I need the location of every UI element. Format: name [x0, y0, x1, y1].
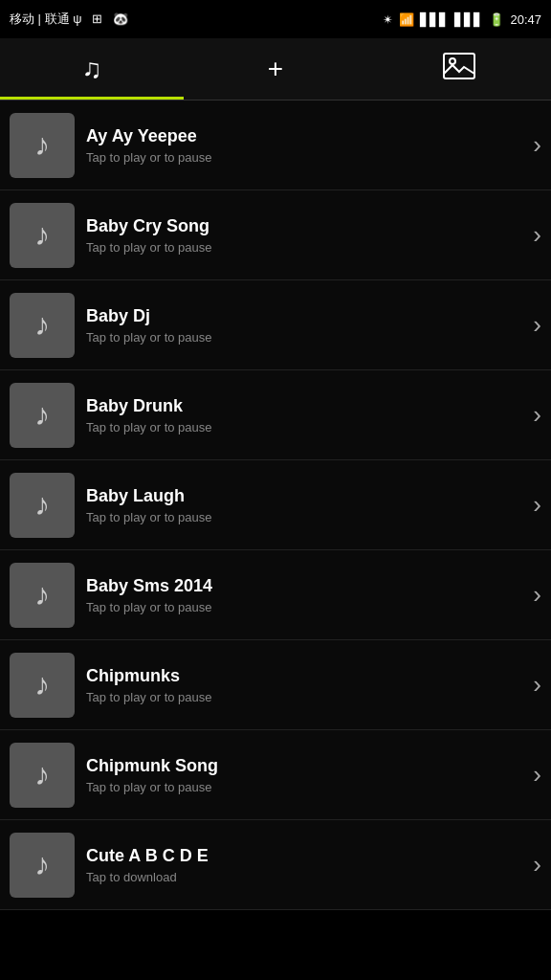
chevron-icon-1: ›	[533, 130, 541, 160]
song-info-6: Baby Sms 2014 Tap to play or to pause	[75, 576, 533, 614]
song-subtitle-4: Tap to play or to pause	[86, 420, 521, 434]
song-thumb-5: ♪	[10, 473, 75, 538]
signal-icon-1: ▋▋▋	[420, 12, 449, 27]
signal-icon-2: ▋▋▋	[454, 12, 483, 27]
song-title-8: Chipmunk Song	[86, 756, 521, 776]
song-thumb-2: ♪	[10, 203, 75, 268]
image-icon	[443, 53, 475, 86]
song-title-5: Baby Laugh	[86, 486, 521, 506]
music-note-icon-2: ♪	[34, 217, 50, 253]
header: ♫ +	[0, 38, 551, 100]
music-note-icon-4: ♪	[34, 397, 50, 433]
song-title-9: Cute A B C D E	[86, 846, 521, 866]
song-item-7[interactable]: ♪ Chipmunks Tap to play or to pause ›	[0, 640, 551, 730]
chevron-icon-7: ›	[533, 670, 541, 700]
song-item-8[interactable]: ♪ Chipmunk Song Tap to play or to pause …	[0, 730, 551, 820]
song-info-9: Cute A B C D E Tap to download	[75, 846, 533, 884]
song-info-7: Chipmunks Tap to play or to pause	[75, 666, 533, 704]
chevron-icon-9: ›	[533, 850, 541, 880]
music-note-icon-1: ♪	[34, 127, 50, 163]
song-item-4[interactable]: ♪ Baby Drunk Tap to play or to pause ›	[0, 370, 551, 460]
song-item-1[interactable]: ♪ Ay Ay Yeepee Tap to play or to pause ›	[0, 100, 551, 190]
song-subtitle-2: Tap to play or to pause	[86, 240, 521, 255]
bluetooth-icon: ✴	[383, 12, 393, 27]
music-note-icon: ♫	[82, 54, 102, 84]
song-item-3[interactable]: ♪ Baby Dj Tap to play or to pause ›	[0, 280, 551, 370]
song-title-3: Baby Dj	[86, 306, 521, 326]
song-item-9[interactable]: ♪ Cute A B C D E Tap to download ›	[0, 820, 551, 910]
song-info-4: Baby Drunk Tap to play or to pause	[75, 396, 533, 434]
tab-add[interactable]: +	[184, 38, 367, 100]
song-info-3: Baby Dj Tap to play or to pause	[75, 306, 533, 345]
status-right: ✴ 📶 ▋▋▋ ▋▋▋ 🔋 20:47	[383, 12, 541, 27]
chevron-icon-6: ›	[533, 580, 541, 610]
song-list: ♪ Ay Ay Yeepee Tap to play or to pause ›…	[0, 100, 551, 910]
song-subtitle-5: Tap to play or to pause	[86, 510, 521, 524]
song-info-1: Ay Ay Yeepee Tap to play or to pause	[75, 126, 533, 165]
music-note-icon-7: ♪	[34, 667, 50, 702]
chevron-icon-2: ›	[533, 220, 541, 250]
chevron-icon-5: ›	[533, 490, 541, 520]
song-thumb-3: ♪	[10, 293, 75, 358]
song-thumb-9: ♪	[10, 833, 75, 898]
song-title-4: Baby Drunk	[86, 396, 521, 416]
song-title-2: Baby Cry Song	[86, 216, 521, 236]
svg-rect-0	[444, 54, 474, 78]
time-display: 20:47	[510, 12, 541, 27]
song-subtitle-1: Tap to play or to pause	[86, 150, 521, 165]
song-item-5[interactable]: ♪ Baby Laugh Tap to play or to pause ›	[0, 460, 551, 550]
song-info-5: Baby Laugh Tap to play or to pause	[75, 486, 533, 524]
music-note-icon-6: ♪	[34, 577, 50, 612]
tab-music[interactable]: ♫	[0, 38, 184, 100]
song-thumb-1: ♪	[10, 113, 75, 178]
song-title-7: Chipmunks	[86, 666, 521, 686]
wifi-icon: 📶	[399, 12, 414, 27]
song-item-6[interactable]: ♪ Baby Sms 2014 Tap to play or to pause …	[0, 550, 551, 640]
add-icon: +	[268, 54, 283, 84]
chevron-icon-8: ›	[533, 760, 541, 790]
song-subtitle-9: Tap to download	[86, 870, 521, 884]
music-note-icon-9: ♪	[34, 847, 50, 882]
music-note-icon-8: ♪	[34, 757, 50, 792]
chevron-icon-3: ›	[533, 310, 541, 340]
carrier-info: 移动 | 联通 ψ ⊞ 🐼	[10, 11, 128, 28]
song-item-2[interactable]: ♪ Baby Cry Song Tap to play or to pause …	[0, 190, 551, 280]
music-note-icon-3: ♪	[34, 307, 50, 343]
chevron-icon-4: ›	[533, 400, 541, 430]
song-thumb-4: ♪	[10, 383, 75, 448]
battery-icon: 🔋	[489, 12, 504, 27]
tab-image[interactable]	[367, 38, 551, 100]
svg-point-1	[450, 58, 455, 64]
song-info-2: Baby Cry Song Tap to play or to pause	[75, 216, 533, 255]
song-thumb-8: ♪	[10, 743, 75, 808]
song-subtitle-7: Tap to play or to pause	[86, 690, 521, 704]
song-title-6: Baby Sms 2014	[86, 576, 521, 596]
music-note-icon-5: ♪	[34, 487, 50, 523]
song-info-8: Chipmunk Song Tap to play or to pause	[75, 756, 533, 794]
song-title-1: Ay Ay Yeepee	[86, 126, 521, 146]
song-thumb-6: ♪	[10, 563, 75, 628]
song-subtitle-6: Tap to play or to pause	[86, 600, 521, 614]
song-subtitle-8: Tap to play or to pause	[86, 780, 521, 794]
song-subtitle-3: Tap to play or to pause	[86, 330, 521, 345]
status-left: 移动 | 联通 ψ ⊞ 🐼	[10, 11, 128, 28]
status-bar: 移动 | 联通 ψ ⊞ 🐼 ✴ 📶 ▋▋▋ ▋▋▋ 🔋 20:47	[0, 0, 551, 38]
song-thumb-7: ♪	[10, 653, 75, 718]
